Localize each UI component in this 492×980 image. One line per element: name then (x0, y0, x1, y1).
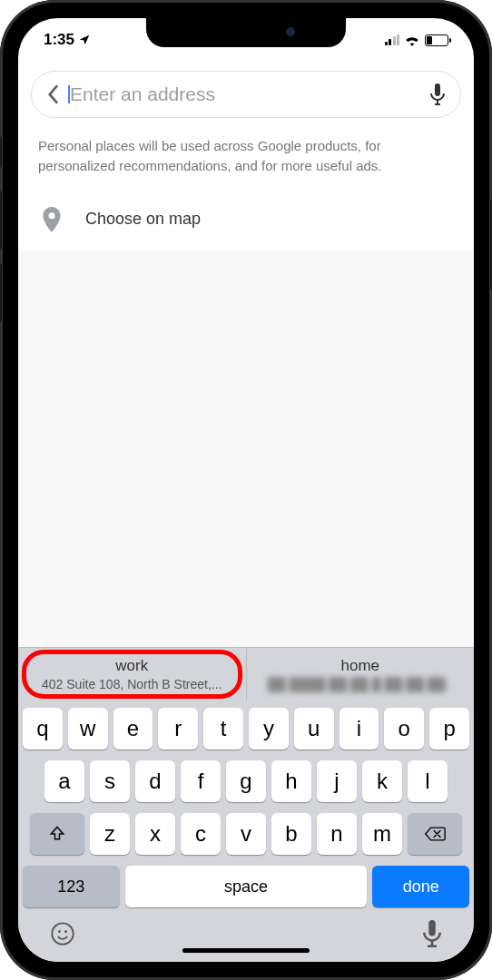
battery-icon (425, 34, 448, 46)
svg-point-2 (64, 930, 67, 933)
choose-on-map-label: Choose on map (85, 210, 201, 229)
shift-icon (48, 825, 66, 843)
key-f[interactable]: f (181, 760, 221, 802)
key-p[interactable]: p (429, 708, 469, 750)
keyboard-suggestions: work 402 Suite 108, North B Street,... h… (18, 647, 474, 701)
suggestion-home[interactable]: home ██ ████ ██ ██ █ ██ ██ ██.. (247, 648, 475, 701)
key-z[interactable]: z (90, 813, 130, 855)
status-time: 1:35 (44, 31, 74, 49)
key-e[interactable]: e (113, 708, 153, 750)
key-done[interactable]: done (372, 866, 469, 907)
key-w[interactable]: w (68, 708, 108, 750)
phone-frame: 1:35 Enter an address Personal places wi… (0, 0, 492, 980)
key-shift[interactable] (30, 813, 84, 855)
key-r[interactable]: r (158, 708, 198, 750)
suggestion-subtitle: 402 Suite 108, North B Street,... (29, 677, 235, 691)
key-c[interactable]: c (181, 813, 221, 855)
key-l[interactable]: l (408, 760, 448, 802)
key-space[interactable]: space (125, 866, 368, 907)
emoji-icon[interactable] (50, 921, 75, 946)
key-k[interactable]: k (362, 760, 402, 802)
key-numbers[interactable]: 123 (23, 866, 120, 907)
keyboard-row-2: a s d f g h j k l (23, 760, 469, 802)
key-v[interactable]: v (226, 813, 266, 855)
svg-point-1 (58, 930, 61, 933)
key-backspace[interactable] (408, 813, 462, 855)
svg-point-0 (52, 923, 73, 944)
backspace-icon (424, 826, 446, 842)
key-a[interactable]: a (44, 760, 84, 802)
microphone-icon[interactable] (429, 83, 446, 105)
key-h[interactable]: h (271, 760, 311, 802)
home-indicator[interactable] (182, 948, 310, 953)
suggestion-title: home (258, 657, 464, 675)
cellular-signal-icon (385, 34, 400, 45)
map-pin-icon (42, 207, 62, 232)
key-u[interactable]: u (294, 708, 334, 750)
key-t[interactable]: t (203, 708, 243, 750)
key-x[interactable]: x (135, 813, 175, 855)
back-chevron-icon[interactable] (46, 84, 59, 104)
key-b[interactable]: b (271, 813, 311, 855)
keyboard-row-3: z x c v b n m (23, 813, 469, 855)
key-q[interactable]: q (23, 708, 63, 750)
choose-on-map-row[interactable]: Choose on map (18, 192, 474, 250)
keyboard: q w e r t y u i o p a s d f g h (18, 701, 474, 962)
key-d[interactable]: d (135, 760, 175, 802)
key-m[interactable]: m (362, 813, 402, 855)
keyboard-row-4: 123 space done (23, 866, 469, 907)
info-text: Personal places will be used across Goog… (18, 123, 474, 192)
key-n[interactable]: n (317, 813, 357, 855)
suggestion-subtitle-blurred: ██ ████ ██ ██ █ ██ ██ ██.. (258, 677, 464, 691)
location-arrow-icon (78, 34, 91, 46)
suggestion-title: work (29, 657, 235, 675)
suggestion-work[interactable]: work 402 Suite 108, North B Street,... (18, 648, 247, 701)
content-spacer (18, 250, 474, 648)
address-input[interactable]: Enter an address (70, 83, 418, 105)
search-bar[interactable]: Enter an address (31, 71, 461, 118)
key-i[interactable]: i (339, 708, 379, 750)
dictation-icon[interactable] (422, 920, 442, 947)
key-y[interactable]: y (249, 708, 289, 750)
key-s[interactable]: s (90, 760, 130, 802)
key-g[interactable]: g (226, 760, 266, 802)
wifi-icon (404, 34, 420, 46)
keyboard-row-1: q w e r t y u i o p (23, 708, 469, 750)
key-j[interactable]: j (317, 760, 357, 802)
notch (146, 18, 346, 47)
screen: 1:35 Enter an address Personal places wi… (18, 18, 474, 962)
key-o[interactable]: o (384, 708, 424, 750)
